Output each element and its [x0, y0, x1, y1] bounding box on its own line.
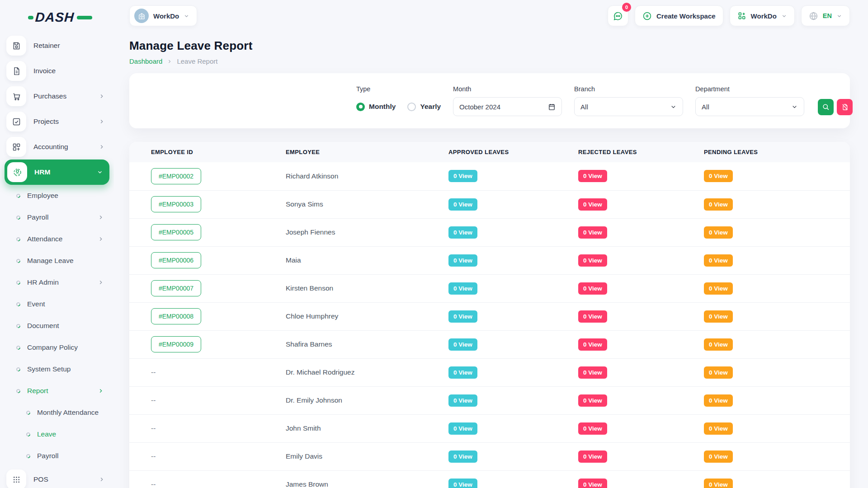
sidebar-item-label: Retainer [33, 42, 60, 50]
sidebar-item-label: HRM [34, 168, 50, 176]
rejected-leaves-badge[interactable]: 0 View [578, 310, 607, 323]
approved-leaves-badge[interactable]: 0 View [448, 422, 477, 435]
purchases-icon [6, 86, 26, 106]
approved-leaves-badge[interactable]: 0 View [448, 282, 477, 295]
invoice-icon [6, 61, 26, 81]
chevron-right-icon [98, 388, 104, 394]
table-header-row: Employee ID Employee Approved Leaves Rej… [129, 142, 850, 162]
employee-name: Emily Davis [286, 452, 322, 460]
branch-label: Branch [574, 85, 683, 93]
rejected-leaves-badge[interactable]: 0 View [578, 226, 607, 239]
pending-leaves-badge[interactable]: 0 View [704, 282, 733, 295]
sidebar-item-company-policy[interactable]: Company Policy [0, 337, 114, 358]
messages-button[interactable]: 0 [608, 5, 628, 26]
sidebar-item-monthly-attendance[interactable]: Monthly Attendance [0, 402, 114, 423]
pending-leaves-badge[interactable]: 0 View [704, 479, 733, 488]
employee-id-chip[interactable]: #EMP00002 [151, 168, 201, 184]
pending-leaves-badge[interactable]: 0 View [704, 394, 733, 407]
approved-leaves-badge[interactable]: 0 View [448, 226, 477, 239]
pending-leaves-badge[interactable]: 0 View [704, 254, 733, 267]
approved-leaves-badge[interactable]: 0 View [448, 479, 477, 488]
approved-leaves-badge[interactable]: 0 View [448, 170, 477, 182]
sidebar-item-manage-leave[interactable]: Manage Leave [0, 250, 114, 272]
sidebar-item-pos[interactable]: POS [0, 467, 114, 488]
rejected-leaves-badge[interactable]: 0 View [578, 254, 607, 267]
reset-filter-button[interactable] [837, 99, 853, 115]
employee-id-chip[interactable]: #EMP00007 [151, 280, 201, 296]
sidebar-item-accounting[interactable]: Accounting [0, 134, 114, 160]
sidebar-item-payroll[interactable]: Payroll [0, 445, 114, 467]
pending-leaves-badge[interactable]: 0 View [704, 338, 733, 351]
workspace-selector[interactable]: WorkDo [129, 5, 197, 26]
rejected-leaves-badge[interactable]: 0 View [578, 338, 607, 351]
pos-icon [6, 469, 26, 488]
rejected-leaves-badge[interactable]: 0 View [578, 170, 607, 182]
sidebar-item-report[interactable]: Report [0, 380, 114, 402]
sidebar-item-label: Accounting [33, 143, 68, 151]
col-approved-leaves: Approved Leaves [441, 142, 571, 162]
sidebar-item-label: Company Policy [27, 343, 78, 352]
employee-name: Dr. Michael Rodriguez [286, 368, 354, 376]
radio-monthly-label: Monthly [369, 103, 396, 111]
sidebar-item-employee[interactable]: Employee [0, 185, 114, 206]
col-pending-leaves: Pending Leaves [697, 142, 850, 162]
branch-select[interactable]: All [574, 97, 683, 116]
sidebar-item-hrm[interactable]: HRM [5, 160, 109, 185]
breadcrumb-dashboard-link[interactable]: Dashboard [129, 57, 162, 65]
rejected-leaves-badge[interactable]: 0 View [578, 282, 607, 295]
employee-id-chip[interactable]: #EMP00009 [151, 336, 201, 352]
department-label: Department [695, 85, 804, 93]
approved-leaves-badge[interactable]: 0 View [448, 310, 477, 323]
create-workspace-button[interactable]: Create Workspace [635, 5, 723, 26]
workspace-dropdown[interactable]: WorkDo [730, 5, 795, 26]
sidebar-item-projects[interactable]: Projects [0, 109, 114, 134]
sidebar-item-purchases[interactable]: Purchases [0, 84, 114, 109]
department-select[interactable]: All [695, 97, 804, 116]
approved-leaves-badge[interactable]: 0 View [448, 394, 477, 407]
chevron-right-icon [98, 236, 104, 242]
approved-leaves-badge[interactable]: 0 View [448, 450, 477, 463]
rejected-leaves-badge[interactable]: 0 View [578, 394, 607, 407]
pending-leaves-badge[interactable]: 0 View [704, 170, 733, 182]
rejected-leaves-badge[interactable]: 0 View [578, 422, 607, 435]
rejected-leaves-badge[interactable]: 0 View [578, 198, 607, 211]
sidebar-item-hr-admin[interactable]: HR Admin [0, 272, 114, 293]
approved-leaves-badge[interactable]: 0 View [448, 338, 477, 351]
sidebar-item-event[interactable]: Event [0, 293, 114, 315]
approved-leaves-badge[interactable]: 0 View [448, 198, 477, 211]
chat-icon [613, 11, 623, 21]
pending-leaves-badge[interactable]: 0 View [704, 198, 733, 211]
sidebar-item-invoice[interactable]: Invoice [0, 58, 114, 84]
table-row: --James Brown0 View0 View0 View [129, 470, 850, 488]
employee-id-chip[interactable]: #EMP00003 [151, 196, 201, 212]
pending-leaves-badge[interactable]: 0 View [704, 226, 733, 239]
language-selector[interactable]: EN [801, 5, 850, 26]
approved-leaves-badge[interactable]: 0 View [448, 366, 477, 379]
pending-leaves-badge[interactable]: 0 View [704, 310, 733, 323]
sidebar-item-retainer[interactable]: Retainer [0, 33, 114, 58]
rejected-leaves-badge[interactable]: 0 View [578, 366, 607, 379]
employee-id-chip[interactable]: #EMP00006 [151, 252, 201, 268]
radio-yearly[interactable]: Yearly [407, 103, 441, 111]
invoice-icon [12, 66, 21, 76]
pending-leaves-badge[interactable]: 0 View [704, 422, 733, 435]
employee-id-chip[interactable]: #EMP00008 [151, 308, 201, 324]
rejected-leaves-badge[interactable]: 0 View [578, 450, 607, 463]
approved-leaves-badge[interactable]: 0 View [448, 254, 477, 267]
app-logo[interactable]: DASH [0, 6, 114, 33]
employee-id-chip[interactable]: #EMP00005 [151, 224, 201, 240]
sidebar-item-leave[interactable]: Leave [0, 423, 114, 445]
search-button[interactable] [818, 99, 834, 115]
sidebar-item-system-setup[interactable]: System Setup [0, 358, 114, 380]
chevron-right-icon [167, 59, 172, 64]
pending-leaves-badge[interactable]: 0 View [704, 366, 733, 379]
rejected-leaves-badge[interactable]: 0 View [578, 479, 607, 488]
radio-monthly[interactable]: Monthly [356, 103, 396, 111]
sidebar-item-attendance[interactable]: Attendance [0, 228, 114, 250]
sidebar-item-label: HR Admin [27, 278, 59, 286]
sidebar-item-document[interactable]: Document [0, 315, 114, 337]
sidebar-item-payroll[interactable]: Payroll [0, 206, 114, 228]
month-input[interactable]: October 2024 [453, 97, 562, 116]
hrm-icon [13, 168, 22, 177]
pending-leaves-badge[interactable]: 0 View [704, 450, 733, 463]
